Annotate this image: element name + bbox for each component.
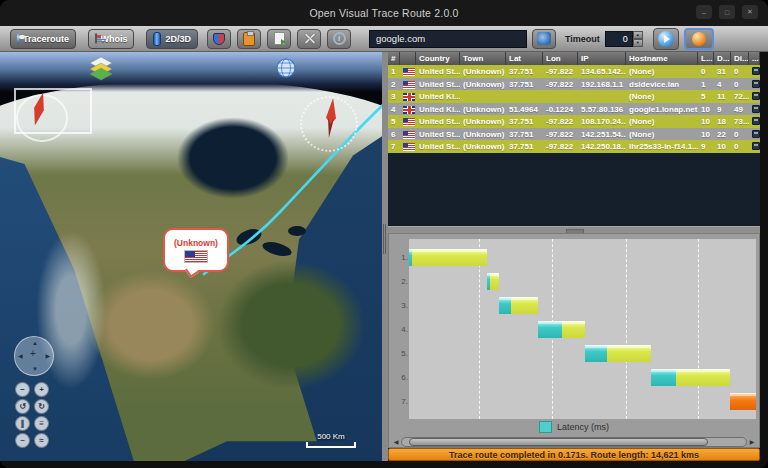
zoom-in-button[interactable]: + xyxy=(34,382,49,397)
map-scale-label: 500 Km xyxy=(306,432,356,441)
scrollbar-track[interactable] xyxy=(401,437,747,447)
clipboard-button[interactable] xyxy=(237,29,261,49)
timeout-spinner[interactable]: 0 ▲ ▼ xyxy=(605,31,643,47)
info-icon: i xyxy=(333,32,346,45)
table-row[interactable]: 6United St...(Unknown)37.751-97.822142.2… xyxy=(388,128,760,141)
spinner-down-icon[interactable]: ▼ xyxy=(633,39,643,47)
column-header[interactable]: Lon xyxy=(543,52,578,65)
chart-bar-latency xyxy=(585,345,608,362)
host-details-icon[interactable] xyxy=(749,90,760,103)
table-cell: -97.822 xyxy=(543,115,578,128)
mode-2d3d-icon xyxy=(153,32,161,46)
map-panel[interactable]: (Unknown) ▲ ▼ ◀ ▶ + − + ↺ ↻ ∥ ≡ ~ ≈ 500 … xyxy=(0,52,382,461)
host-details-icon[interactable] xyxy=(749,140,760,153)
globe-icon[interactable] xyxy=(276,58,296,78)
tilt-up-button[interactable]: ∥ xyxy=(15,416,30,431)
minimize-button[interactable]: – xyxy=(696,5,712,19)
mode-2d3d-button[interactable]: 2D/3D xyxy=(146,29,198,49)
layers-icon[interactable] xyxy=(88,56,114,82)
uk-flag-icon xyxy=(400,103,416,116)
chart-hscrollbar[interactable]: ◀ ▶ xyxy=(391,436,757,447)
pan-right-icon[interactable]: ▶ xyxy=(45,353,50,359)
scroll-right-icon[interactable]: ▶ xyxy=(747,436,757,447)
pan-up-icon[interactable]: ▲ xyxy=(32,340,38,346)
table-cell: United St... xyxy=(416,78,460,91)
run-button[interactable] xyxy=(653,28,679,50)
table-cell: 134.65.142... xyxy=(578,65,626,78)
host-details-icon[interactable] xyxy=(749,65,760,78)
settings-button[interactable] xyxy=(297,29,321,49)
table-row[interactable]: 7United St...(Unknown)37.751-97.822142.2… xyxy=(388,140,760,153)
clipboard-icon xyxy=(243,32,255,46)
host-details-icon[interactable] xyxy=(749,115,760,128)
column-header[interactable]: IP xyxy=(578,52,626,65)
column-header[interactable]: Lat xyxy=(506,52,543,65)
table-row[interactable]: 1United St...(Unknown)37.751-97.822134.6… xyxy=(388,65,760,78)
us-flag-icon xyxy=(400,115,416,128)
rotate-ccw-button[interactable]: ↺ xyxy=(15,399,30,414)
tilt-down-button[interactable]: ≡ xyxy=(34,416,49,431)
host-details-icon[interactable] xyxy=(749,103,760,116)
map-scale-bar xyxy=(306,442,356,448)
pan-left-icon[interactable]: ◀ xyxy=(18,353,23,359)
export-button[interactable] xyxy=(267,29,291,49)
view-reset-button[interactable]: ≈ xyxy=(34,433,49,448)
table-row[interactable]: 3United Ki...(None)51172... xyxy=(388,90,760,103)
timeout-value[interactable]: 0 xyxy=(605,31,633,47)
settings-icon xyxy=(303,32,316,45)
close-button[interactable]: ✕ xyxy=(742,5,758,19)
maximize-button[interactable]: □ xyxy=(719,5,735,19)
hop-tooltip-label: (Unknown) xyxy=(174,238,218,248)
table-cell: 10 xyxy=(698,115,714,128)
table-row[interactable]: 2United St...(Unknown)37.751-97.822192.1… xyxy=(388,78,760,91)
zoom-out-button[interactable]: − xyxy=(15,382,30,397)
info-button[interactable]: i xyxy=(327,29,351,49)
table-cell: 18 xyxy=(714,115,731,128)
chart-gridline xyxy=(698,239,699,419)
column-header[interactable]: Country xyxy=(416,52,460,65)
table-row[interactable]: 4United Ki...(Unknown)51.4964-0.12245.57… xyxy=(388,103,760,116)
table-cell: 4 xyxy=(714,78,731,91)
column-header[interactable]: D... xyxy=(714,52,731,65)
column-header[interactable]: ... xyxy=(749,52,760,65)
scrollbar-thumb[interactable] xyxy=(409,438,708,446)
column-header[interactable]: Town xyxy=(460,52,506,65)
map-sky xyxy=(0,52,382,92)
column-header[interactable] xyxy=(400,52,416,65)
status-bar: Trace route completed in 0.171s. Route l… xyxy=(388,448,760,461)
chart-row-label: 7. xyxy=(394,393,408,410)
hops-table: #CountryTownLatLonIPHostnameL...D...Di..… xyxy=(388,52,760,226)
table-cell: United St... xyxy=(416,115,460,128)
rotate-cw-button[interactable]: ↻ xyxy=(34,399,49,414)
pan-down-icon[interactable]: ▼ xyxy=(32,366,38,372)
column-header[interactable]: L... xyxy=(698,52,714,65)
table-row[interactable]: 5United St...(Unknown)37.751-97.822108.1… xyxy=(388,115,760,128)
pan-center-icon[interactable]: + xyxy=(30,351,36,357)
host-input[interactable] xyxy=(369,30,527,48)
column-header[interactable]: Hostname xyxy=(626,52,698,65)
table-cell: 0 xyxy=(731,140,749,153)
table-cell: (Unknown) xyxy=(460,140,506,153)
chart-bar-span xyxy=(607,345,651,362)
host-details-icon[interactable] xyxy=(749,78,760,91)
host-details-icon[interactable] xyxy=(749,128,760,141)
window-title: Open Visual Trace Route 2.0.0 xyxy=(309,7,458,19)
table-cell: 4 xyxy=(388,103,400,116)
us-flag-icon xyxy=(400,140,416,153)
column-header[interactable]: Di... xyxy=(731,52,749,65)
spinner-up-icon[interactable]: ▲ xyxy=(633,31,643,39)
pan-control[interactable]: ▲ ▼ ◀ ▶ + xyxy=(14,336,54,376)
traceroute-button[interactable]: Traceroute xyxy=(10,29,76,49)
heading-reset-button[interactable]: ~ xyxy=(15,433,30,448)
screenshot-button[interactable] xyxy=(207,29,231,49)
chart-gridline xyxy=(626,239,627,419)
chart-plot-area xyxy=(409,239,756,419)
stop-button[interactable] xyxy=(684,28,714,50)
whois-button[interactable]: Whois xyxy=(88,29,134,49)
horizontal-splitter[interactable] xyxy=(388,226,760,233)
scroll-left-icon[interactable]: ◀ xyxy=(391,436,401,447)
chart-bar-latency xyxy=(499,297,511,314)
network-button[interactable] xyxy=(532,29,556,49)
column-header[interactable]: # xyxy=(388,52,400,65)
uk-flag-icon xyxy=(400,90,416,103)
